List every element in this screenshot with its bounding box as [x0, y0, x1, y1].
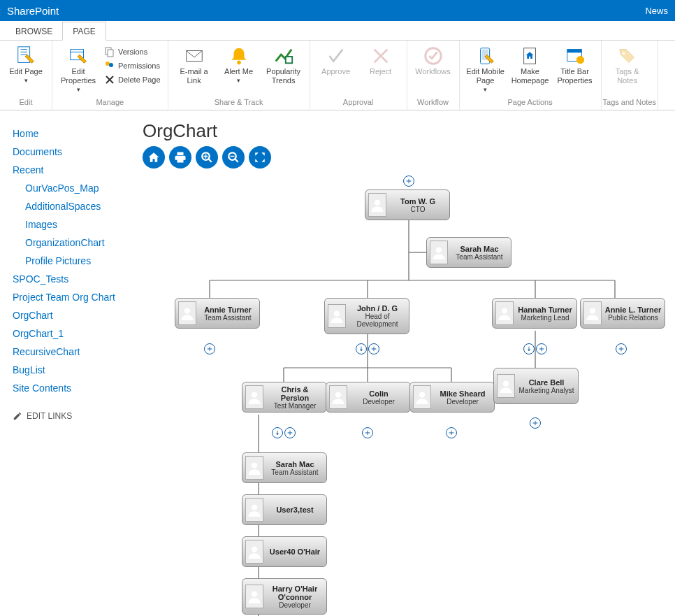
sidebar-item-recursivechart[interactable]: RecursiveChart: [13, 343, 134, 361]
edit-page-button[interactable]: Edit Page ▾: [4, 43, 48, 85]
ribbon-group-approval: Approve Reject Approval: [310, 41, 407, 110]
node-title: Head of Development: [349, 313, 406, 328]
node-title: Public Relations: [608, 314, 658, 322]
node-name: User3,test: [276, 506, 313, 514]
node-name: Annie L. Turner: [605, 306, 661, 314]
mobile-page-icon: [474, 45, 497, 67]
org-node[interactable]: Annie L. TurnerPublic Relations: [580, 298, 665, 329]
node-name: Clare Bell: [529, 378, 565, 387]
ribbon-group-label: Share & Track: [170, 96, 308, 108]
avatar: [245, 585, 263, 608]
node-collapse-button[interactable]: [356, 343, 367, 354]
node-expand-button[interactable]: [204, 343, 215, 354]
permissions-button[interactable]: Permissions: [101, 59, 164, 73]
node-expand-button[interactable]: [446, 427, 457, 438]
org-node[interactable]: Chris & Pers\onTest Manager: [242, 382, 327, 413]
edit-links-button[interactable]: EDIT LINKS: [13, 411, 134, 421]
ribbon-group-edit: Edit Page ▾ Edit: [0, 41, 52, 110]
print-button[interactable]: [169, 146, 191, 169]
main-content: OrgChart: [140, 110, 675, 616]
node-name: Hannah Turner: [518, 306, 572, 314]
titlebar-properties-button[interactable]: Title Bar Properties: [553, 43, 597, 85]
avatar: [368, 193, 386, 217]
sidebar-item-orgchart-1[interactable]: OrgChart_1: [13, 324, 134, 343]
versions-button[interactable]: Versions: [101, 45, 164, 59]
avatar: [178, 301, 196, 325]
reject-button: Reject: [359, 43, 402, 76]
node-expand-button[interactable]: [362, 427, 373, 438]
avatar: [495, 301, 514, 325]
org-node[interactable]: Hannah TurnerMarketing Lead: [492, 298, 577, 329]
delete-page-button[interactable]: Delete Page: [101, 73, 164, 87]
ribbon-group-label: Manage: [54, 96, 166, 108]
newsfeed-link[interactable]: News: [645, 6, 668, 16]
node-name: Mike Sheard: [440, 389, 486, 398]
org-node[interactable]: User40 O'Hair: [242, 536, 327, 567]
zoom-out-button[interactable]: [222, 146, 245, 169]
sidebar-item-home[interactable]: Home: [13, 124, 134, 143]
avatar: [583, 301, 602, 325]
org-node[interactable]: John / D. GHead of Development: [324, 298, 409, 334]
edit-properties-button[interactable]: Edit Properties ▾: [57, 43, 100, 94]
approve-icon: [325, 45, 347, 67]
sidebar-item-documents[interactable]: Documents: [13, 143, 134, 161]
node-collapse-button[interactable]: [523, 343, 535, 354]
node-collapse-button[interactable]: [272, 427, 283, 438]
node-expand-button[interactable]: [616, 343, 627, 354]
org-node[interactable]: ColinDeveloper: [326, 382, 411, 413]
popularity-trends-button[interactable]: Popularity Trends: [262, 43, 305, 85]
edit-properties-icon: [67, 45, 89, 67]
ribbon-group-label: Tags and Notes: [603, 96, 656, 108]
node-name: Tom W. G: [400, 197, 435, 206]
node-title: Team Assistant: [204, 314, 251, 322]
fullscreen-button[interactable]: [249, 146, 271, 169]
avatar: [413, 385, 431, 409]
tab-browse[interactable]: BROWSE: [6, 22, 62, 40]
node-expand-button[interactable]: [403, 176, 414, 187]
org-node[interactable]: Sarah MacTeam Assistant: [242, 452, 327, 483]
node-name: User40 O'Hair: [270, 547, 320, 556]
titlebar-properties-icon: [564, 45, 586, 67]
workflows-icon: [422, 45, 444, 67]
fullscreen-icon: [254, 151, 266, 164]
org-node[interactable]: Mike SheardDeveloper: [409, 382, 495, 413]
svg-rect-18: [567, 50, 581, 53]
node-expand-button[interactable]: [284, 427, 296, 438]
dropdown-caret: ▾: [237, 76, 240, 85]
dropdown-caret: ▾: [77, 85, 80, 94]
org-node[interactable]: Annie TurnerTeam Assistant: [175, 298, 260, 329]
sidebar-item-ourvacpos-map[interactable]: OurVacPos_Map: [13, 179, 134, 197]
make-homepage-button[interactable]: Make Homepage: [509, 43, 552, 85]
zoom-in-button[interactable]: [196, 146, 218, 169]
home-button[interactable]: [143, 146, 165, 169]
node-title: Marketing Lead: [521, 314, 569, 322]
org-node[interactable]: User3,test: [242, 494, 327, 525]
print-icon: [174, 151, 187, 164]
sidebar-item-buglist[interactable]: BugList: [13, 361, 134, 379]
sidebar-item-orgchart[interactable]: OrgChart: [13, 306, 134, 324]
org-chart[interactable]: Tom W. GCTO Sarah MacTeam Assistant Anni…: [140, 176, 671, 616]
sidebar-item-spoc-tests[interactable]: SPOC_Tests: [13, 270, 134, 288]
page-title: OrgChart: [143, 120, 675, 142]
email-link-button[interactable]: E-mail a Link: [173, 43, 216, 85]
zoom-in-icon: [201, 151, 213, 164]
edit-mobile-page-button[interactable]: Edit Mobile Page ▾: [464, 43, 507, 94]
sidebar-item-organizationchart[interactable]: OrganizationChart: [13, 234, 134, 252]
node-expand-button[interactable]: [368, 343, 379, 354]
sidebar-item-project-team-org-chart[interactable]: Project Team Org Chart: [13, 288, 134, 306]
org-node[interactable]: Sarah MacTeam Assistant: [426, 237, 511, 268]
avatar: [430, 241, 448, 264]
node-expand-button[interactable]: [530, 417, 541, 429]
sidebar-item-images[interactable]: Images: [13, 215, 134, 234]
node-expand-button[interactable]: [536, 343, 547, 354]
sidebar-item-profile-pictures[interactable]: Profile Pictures: [13, 252, 134, 270]
sidebar-item-additionalspaces[interactable]: AdditionalSpaces: [13, 197, 134, 215]
org-node[interactable]: Clare BellMarketing Analyst: [493, 368, 579, 404]
tab-page[interactable]: PAGE: [62, 22, 106, 41]
sidebar-item-recent[interactable]: Recent: [13, 161, 134, 179]
org-node[interactable]: Harry O'Hair O'connorDeveloper: [242, 578, 327, 615]
sidebar-item-site-contents[interactable]: Site Contents: [13, 379, 134, 397]
org-node[interactable]: Tom W. GCTO: [365, 189, 450, 220]
alert-me-button[interactable]: Alert Me ▾: [217, 43, 261, 85]
avatar: [497, 374, 515, 398]
